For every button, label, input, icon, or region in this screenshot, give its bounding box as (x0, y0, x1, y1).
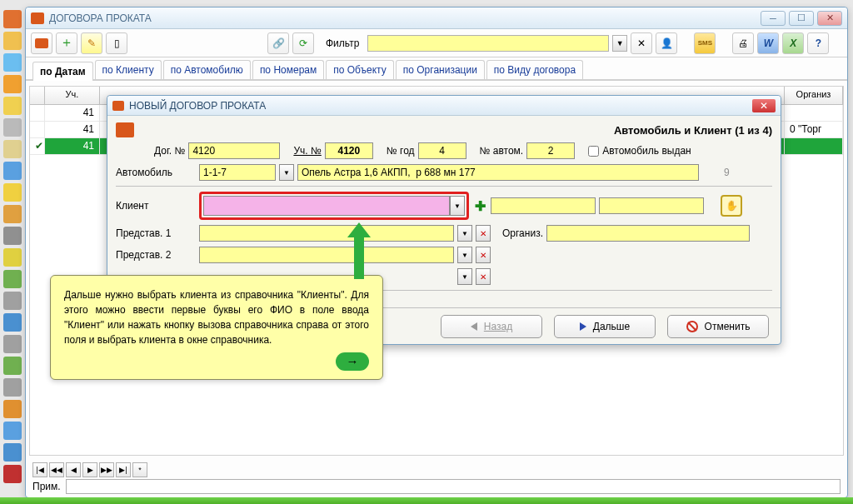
predstav2-label: Представ. 2 (116, 249, 196, 261)
client-highlight: ▼ (199, 192, 469, 220)
grid-col-uch[interactable]: Уч. (45, 87, 100, 104)
back-icon (471, 322, 477, 331)
briefcase-button[interactable] (31, 32, 52, 54)
client-label: Клиент (116, 200, 196, 212)
filter-dropdown-button[interactable]: ▼ (612, 35, 627, 52)
nav-prev[interactable]: ◀ (66, 462, 81, 477)
auto-label: Автомобиль (116, 167, 196, 178)
grid-col-org[interactable]: Организ (785, 87, 843, 104)
no-avtom-input[interactable] (526, 142, 575, 159)
user-button[interactable]: 👤 (656, 32, 677, 54)
tab-dates[interactable]: по Датам (32, 62, 93, 81)
cancel-button[interactable]: Отменить (667, 315, 769, 338)
predstav2-clear[interactable]: ✕ (476, 247, 491, 263)
predstav1-clear[interactable]: ✕ (476, 225, 491, 242)
back-button[interactable]: Назад (441, 315, 542, 338)
client-dropdown-button[interactable]: ▼ (450, 196, 465, 216)
client-hand-button[interactable]: ✋ (721, 195, 742, 217)
minimize-button[interactable]: ─ (761, 11, 786, 26)
side-icon[interactable] (3, 443, 22, 462)
nav-next-page[interactable]: ▶▶ (99, 462, 114, 477)
grid-col-mark[interactable] (30, 87, 45, 104)
excel-button[interactable]: X (782, 32, 804, 54)
tab-numbers[interactable]: по Номерам (252, 60, 324, 79)
filter-input[interactable] (367, 35, 609, 52)
no-god-input[interactable] (418, 142, 466, 159)
word-button[interactable]: W (757, 32, 779, 54)
help-button[interactable]: ? (807, 32, 829, 54)
side-icon[interactable] (3, 400, 22, 418)
nav-asterisk[interactable]: * (132, 462, 147, 477)
side-icon[interactable] (3, 97, 22, 115)
client-extra2[interactable] (599, 197, 704, 214)
window-title: ДОГОВОРА ПРОКАТА (49, 12, 152, 24)
add-button[interactable]: ＋ (56, 32, 77, 54)
side-icon[interactable] (3, 118, 22, 137)
side-icon[interactable] (3, 465, 22, 483)
clear-filter-button[interactable]: ✕ (631, 32, 652, 54)
auto-code-input[interactable] (199, 164, 276, 181)
prim-label: Прим. (32, 481, 61, 492)
close-button[interactable]: ✕ (817, 11, 842, 26)
side-icon[interactable] (3, 335, 22, 353)
side-icon[interactable] (3, 248, 22, 267)
side-icon[interactable] (3, 313, 22, 332)
toolbar: ＋ ✎ ▯ 🔗 ⟳ Фильтр ▼ ✕ 👤 SMS 🖨 W X ? (26, 29, 847, 57)
predstav1-input[interactable] (199, 225, 454, 242)
nav-prev-page[interactable]: ◀◀ (49, 462, 64, 477)
no-god-label: № год (387, 145, 415, 157)
nav-last[interactable]: ▶| (116, 462, 131, 477)
side-icon[interactable] (3, 162, 22, 180)
side-icon[interactable] (3, 227, 22, 245)
auto-seq: 9 (724, 167, 730, 178)
side-icon[interactable] (3, 140, 22, 158)
side-icon[interactable] (3, 32, 22, 50)
predstav1-dropdown[interactable]: ▼ (457, 225, 472, 242)
dialog-title: НОВЫЙ ДОГОВОР ПРОКАТА (129, 100, 266, 112)
organiz-input[interactable] (546, 225, 750, 242)
refresh-button[interactable]: ⟳ (292, 32, 314, 54)
nav-next[interactable]: ▶ (82, 462, 97, 477)
predstav2-dropdown[interactable]: ▼ (457, 247, 472, 263)
tooltip-text: Дальше нужно выбрать клиента из справочн… (64, 287, 369, 347)
side-icon[interactable] (3, 270, 22, 288)
tooltip-next-button[interactable]: → (336, 352, 369, 371)
uch-no-input[interactable] (325, 142, 373, 159)
auto-issued-checkbox[interactable] (588, 146, 599, 157)
tab-auto[interactable]: по Автомобилю (163, 60, 251, 79)
tab-contract-type[interactable]: по Виду договора (486, 60, 583, 79)
side-icon[interactable] (3, 205, 22, 223)
side-icon[interactable] (3, 378, 22, 397)
client-add-button[interactable]: ✚ (472, 197, 487, 215)
tabs: по Датам по Клиенту по Автомобилю по Ном… (26, 57, 847, 81)
side-icon[interactable] (3, 292, 22, 310)
sms-button[interactable]: SMS (694, 32, 716, 54)
side-icon[interactable] (3, 357, 22, 375)
dog-no-input[interactable] (188, 142, 280, 159)
side-icon[interactable] (3, 422, 22, 440)
doc-button[interactable]: ▯ (106, 32, 127, 54)
nav-first[interactable]: |◀ (32, 462, 47, 477)
client-input[interactable] (203, 196, 450, 216)
side-icon[interactable] (3, 10, 22, 28)
print-button[interactable]: 🖨 (732, 32, 754, 54)
auto-code-dropdown[interactable]: ▼ (279, 164, 294, 181)
side-icon[interactable] (3, 53, 22, 72)
auto-issued-label: Автомобиль выдан (602, 145, 691, 157)
predstav2-input[interactable] (199, 247, 454, 263)
extra-dropdown[interactable]: ▼ (457, 268, 472, 285)
edit-button[interactable]: ✎ (81, 32, 102, 54)
next-button[interactable]: Дальше (554, 315, 656, 338)
prim-input[interactable] (66, 479, 841, 494)
side-icon[interactable] (3, 183, 22, 202)
link-button[interactable]: 🔗 (267, 32, 289, 54)
auto-desc-input[interactable] (297, 164, 699, 181)
tab-object[interactable]: по Объекту (326, 60, 394, 79)
dialog-close-button[interactable]: ✕ (752, 99, 776, 112)
extra-clear[interactable]: ✕ (476, 268, 491, 285)
tab-org[interactable]: по Организации (396, 60, 485, 79)
side-icon[interactable] (3, 75, 22, 93)
maximize-button[interactable]: ☐ (789, 11, 814, 26)
client-extra1[interactable] (491, 197, 596, 214)
tab-client[interactable]: по Клиенту (95, 60, 162, 79)
